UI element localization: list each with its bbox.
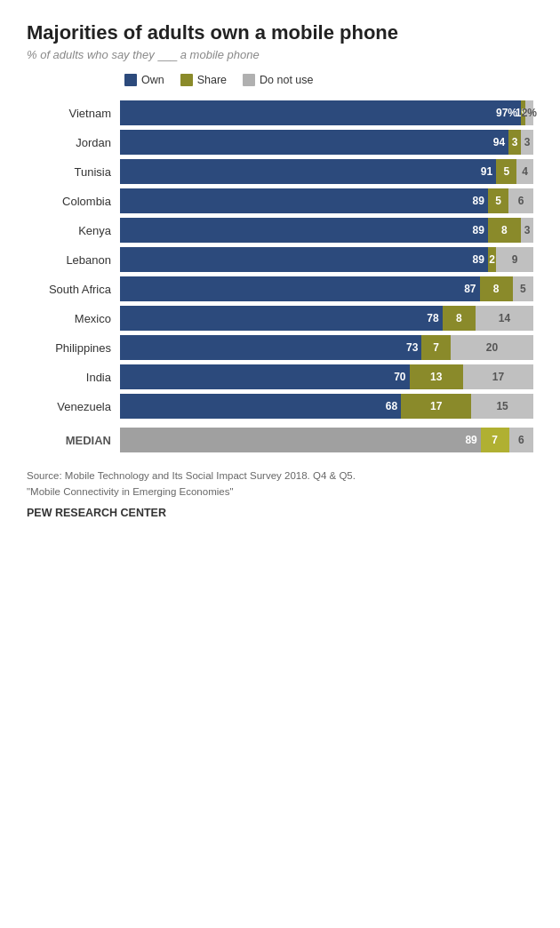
bars-container: Vietnam97%1%2%Jordan9433Tunisia9154Colom… xyxy=(27,100,533,452)
bar-segments: 701317 xyxy=(120,364,533,389)
bar-row: MEDIAN8976 xyxy=(27,428,533,452)
bar-row: Venezuela681715 xyxy=(27,394,533,419)
share-segment: 17 xyxy=(401,394,471,419)
own-segment: 89 xyxy=(120,218,488,243)
bar-row: Tunisia9154 xyxy=(27,159,533,184)
own-segment: 94 xyxy=(120,130,508,155)
own-segment: 91 xyxy=(120,159,496,184)
donotuse-segment: 4 xyxy=(516,159,533,184)
bar-row: Vietnam97%1%2% xyxy=(27,100,533,125)
bar-row: Kenya8983 xyxy=(27,218,533,243)
bar-row: Colombia8956 xyxy=(27,188,533,213)
donotuse-segment: 9 xyxy=(496,247,533,272)
donotuse-swatch xyxy=(243,74,255,86)
bar-country-label: South Africa xyxy=(27,283,120,296)
source-text: Source: Mobile Technology and Its Social… xyxy=(27,468,533,500)
share-segment: 8 xyxy=(488,218,521,243)
bar-country-label: Kenya xyxy=(27,224,120,237)
bar-country-label: Mexico xyxy=(27,312,120,325)
donotuse-segment: 5 xyxy=(513,276,533,301)
share-swatch xyxy=(180,74,193,86)
donotuse-segment: 2% xyxy=(525,100,533,125)
bar-segments: 78814 xyxy=(120,306,533,331)
share-segment: 2 xyxy=(488,247,496,272)
bar-segments: 9154 xyxy=(120,159,533,184)
share-segment: 3 xyxy=(508,130,521,155)
bar-segments: 9433 xyxy=(120,130,533,155)
donotuse-segment: 6 xyxy=(509,428,533,452)
bar-segments: 97%1%2% xyxy=(120,100,533,125)
bar-country-label: MEDIAN xyxy=(27,434,120,447)
bar-row: Philippines73720 xyxy=(27,335,533,360)
own-segment: 68 xyxy=(120,394,401,419)
bar-segments: 73720 xyxy=(120,335,533,360)
chart-subtitle: % of adults who say they ___ a mobile ph… xyxy=(27,48,533,61)
legend-share: Share xyxy=(180,74,227,86)
own-segment: 70 xyxy=(120,364,410,389)
own-swatch xyxy=(124,74,137,86)
legend: Own Share Do not use xyxy=(124,74,533,86)
own-segment: 89 xyxy=(120,188,488,213)
bar-segments: 681715 xyxy=(120,394,533,419)
bar-segments: 8929 xyxy=(120,247,533,272)
bar-segments: 8976 xyxy=(120,428,533,452)
share-segment: 5 xyxy=(496,159,516,184)
donotuse-label: Do not use xyxy=(260,74,313,86)
donotuse-segment: 3 xyxy=(521,218,533,243)
donotuse-segment: 14 xyxy=(476,306,533,331)
donotuse-segment: 3 xyxy=(521,130,533,155)
donotuse-segment: 17 xyxy=(463,364,533,389)
bar-row: Jordan9433 xyxy=(27,130,533,155)
bar-segments: 8956 xyxy=(120,188,533,213)
donotuse-segment: 20 xyxy=(451,335,533,360)
pew-credit: PEW RESEARCH CENTER xyxy=(27,507,533,519)
bar-segments: 8983 xyxy=(120,218,533,243)
own-segment: 78 xyxy=(120,306,443,331)
donotuse-segment: 6 xyxy=(508,188,533,213)
bar-country-label: Venezuela xyxy=(27,400,120,413)
own-segment: 87 xyxy=(120,276,480,301)
bar-row: South Africa8785 xyxy=(27,276,533,301)
legend-own: Own xyxy=(124,74,164,86)
share-label: Share xyxy=(197,74,227,86)
bar-country-label: Tunisia xyxy=(27,165,120,179)
bar-country-label: Philippines xyxy=(27,341,120,355)
bar-country-label: Colombia xyxy=(27,195,120,208)
own-label: Own xyxy=(141,74,164,86)
chart-title: Majorities of adults own a mobile phone xyxy=(27,21,533,44)
bar-row: Lebanon8929 xyxy=(27,247,533,272)
donotuse-segment: 15 xyxy=(471,394,533,419)
share-segment: 8 xyxy=(443,306,476,331)
bar-country-label: Jordan xyxy=(27,136,120,149)
share-segment: 8 xyxy=(480,276,513,301)
share-segment: 13 xyxy=(410,364,463,389)
bar-country-label: Lebanon xyxy=(27,253,120,267)
share-segment: 7 xyxy=(421,335,451,360)
own-segment: 97% xyxy=(120,100,521,125)
share-segment: 5 xyxy=(488,188,508,213)
own-segment: 89 xyxy=(120,428,481,452)
bar-row: India701317 xyxy=(27,364,533,389)
legend-donotuse: Do not use xyxy=(243,74,313,86)
bar-row: Mexico78814 xyxy=(27,306,533,331)
chart-wrapper: Majorities of adults own a mobile phone … xyxy=(27,21,533,519)
own-segment: 73 xyxy=(120,335,421,360)
bar-segments: 8785 xyxy=(120,276,533,301)
bar-country-label: Vietnam xyxy=(27,107,120,120)
share-segment: 7 xyxy=(481,428,509,452)
bar-country-label: India xyxy=(27,371,120,384)
own-segment: 89 xyxy=(120,247,488,272)
